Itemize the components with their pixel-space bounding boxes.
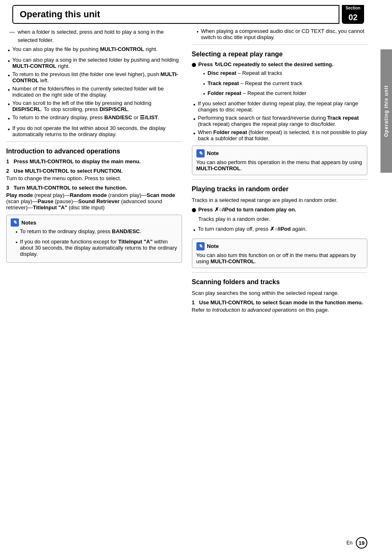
step-3-heading: 3 Turn MULTI-CONTROL to select the funct… (6, 185, 182, 191)
scan-intro: Scan play searches the song within the s… (192, 289, 368, 297)
footer-lang: En (346, 540, 353, 546)
page-number: 19 (356, 537, 367, 549)
left-intro-item-4: To return to the previous list (the fold… (6, 71, 182, 83)
repeat-note-title: ✎ Note (196, 149, 363, 158)
random-note-body: You can also turn this function on or of… (196, 252, 363, 264)
repeat-note-icon: ✎ (196, 149, 205, 158)
right-column: When playing a compressed audio disc or … (192, 28, 368, 316)
repeat-sq-2: Performing track search or fast forward/… (192, 115, 368, 127)
random-sq-1: To turn random play off, press ✗○/iPod a… (192, 226, 368, 234)
left-intro-item-7: To return to the ordinary display, press… (6, 114, 182, 123)
repeat-sq-1: If you select another folder during repe… (192, 100, 368, 113)
notes-icon: ✎ (11, 218, 19, 227)
random-intro: Tracks in a selected repeat range are pl… (192, 196, 368, 204)
track-repeat: Track repeat – Repeat the current track (198, 80, 368, 88)
step-2-heading: 2 Use MULTI-CONTROL to select FUNCTION. (6, 168, 182, 174)
note-item-2: If you do not operate functions except f… (11, 239, 178, 257)
section-label: Section (342, 5, 364, 11)
compressed-audio-note: When playing a compressed audio disc or … (192, 28, 368, 40)
disc-repeat: Disc repeat – Repeat all tracks (198, 70, 368, 78)
repeat-sq-3: When Folder repeat (folder repeat) is se… (192, 129, 368, 141)
left-intro-item-2: You can also play the file by pushing MU… (6, 46, 182, 55)
intro-section-heading: Introduction to advanced operations (6, 148, 182, 155)
left-intro-item-1: when a folder is selected, press and hol… (6, 28, 182, 44)
left-intro-item-8: If you do not operate the list within ab… (6, 125, 182, 137)
random-note-box: ✎ Note You can also turn this function o… (192, 239, 368, 268)
left-column: when a folder is selected, press and hol… (6, 28, 182, 316)
step-1-heading: 1 Press MULTI-CONTROL to display the mai… (6, 158, 182, 164)
side-label: Operating this unit (380, 49, 392, 173)
random-tracks-play: Tracks play in a random order. (192, 215, 368, 223)
page-header: Operating this unit Section 02 (12, 5, 339, 24)
random-note-icon: ✎ (196, 242, 205, 250)
repeat-section-heading: Selecting a repeat play range (192, 51, 368, 58)
notes-title: ✎ Notes (11, 218, 178, 227)
repeat-note-box: ✎ Note You can also perform this operati… (192, 146, 368, 175)
left-intro-item-5: Number of the folders/files in the curre… (6, 86, 182, 98)
note-item-1: To return to the ordinary display, press… (11, 228, 178, 236)
random-section-heading: Playing tracks in random order (192, 185, 368, 193)
scan-step-1-heading: 1 Use MULTI-CONTROL to select Scan mode … (192, 299, 368, 306)
left-intro-item-3: You can also play a song in the selected… (6, 57, 182, 69)
random-note-title: ✎ Note (196, 242, 363, 250)
page-footer: En 19 (346, 537, 367, 549)
scan-step-1: 1 Use MULTI-CONTROL to select Scan mode … (192, 299, 368, 313)
random-circle-dot (192, 208, 196, 212)
random-circle-item: Press ✗○/iPod to turn random play on. (192, 206, 368, 213)
repeat-note-body: You can also perform this operation in t… (196, 159, 363, 171)
section-badge: Section 02 (342, 5, 364, 24)
step-3-body: Play mode (repeat play)—Random mode (ran… (6, 192, 182, 211)
step-2-body: Turn to change the menu option. Press to… (6, 175, 182, 181)
repeat-circle-item: Press ↻/LOC repeatedly to select the des… (192, 61, 368, 67)
step-3: 3 Turn MULTI-CONTROL to select the funct… (6, 185, 182, 211)
circle-dot (192, 63, 196, 67)
step-2: 2 Use MULTI-CONTROL to select FUNCTION. … (6, 168, 182, 181)
notes-box: ✎ Notes To return to the ordinary displa… (6, 215, 182, 263)
folder-repeat: Folder repeat – Repeat the current folde… (198, 90, 368, 98)
left-intro-item-6: You can scroll to the left of the title … (6, 100, 182, 112)
scan-section-heading: Scanning folders and tracks (192, 278, 368, 286)
main-content: when a folder is selected, press and hol… (0, 28, 392, 324)
scan-step-1-body: Refer to Introduction to advanced operat… (192, 307, 368, 313)
page-title: Operating this unit (13, 6, 339, 23)
step-1: 1 Press MULTI-CONTROL to display the mai… (6, 158, 182, 164)
section-number: 02 (342, 11, 364, 24)
